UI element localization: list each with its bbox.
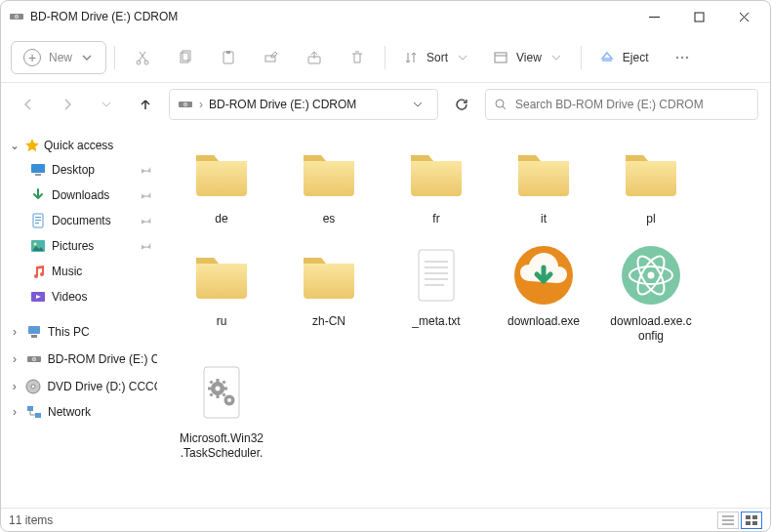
details-view-button[interactable] (717, 512, 739, 529)
cut-button[interactable] (123, 39, 162, 76)
svg-rect-57 (746, 515, 751, 519)
eject-icon (599, 50, 615, 65)
navigation-row: › BD-ROM Drive (E:) CDROM (1, 83, 770, 126)
folder-icon (616, 138, 686, 208)
file-item[interactable]: download.exe (497, 236, 590, 348)
sort-button[interactable]: Sort (393, 39, 479, 76)
refresh-button[interactable] (446, 89, 477, 120)
address-chevron[interactable] (404, 91, 431, 118)
sidebar-item-desktop[interactable]: Desktop (1, 157, 165, 183)
svg-point-55 (685, 56, 687, 58)
address-bar[interactable]: › BD-ROM Drive (E:) CDROM (169, 89, 438, 120)
file-label: de (215, 212, 227, 226)
sidebar-item-network[interactable]: ›Network (1, 399, 165, 425)
more-button[interactable] (663, 39, 702, 76)
quick-access-header[interactable]: ⌄ Quick access (1, 134, 165, 157)
svg-point-54 (680, 56, 682, 58)
recent-dropdown[interactable] (91, 89, 122, 120)
share-button[interactable] (295, 39, 334, 76)
paste-button[interactable] (209, 39, 248, 76)
window-title: BD-ROM Drive (E:) CDROM (30, 10, 631, 23)
file-label: download.exe.config (608, 314, 694, 344)
svg-rect-59 (746, 521, 751, 525)
sidebar-item-dvd[interactable]: ›DVD Drive (D:) CCCC (1, 374, 165, 399)
file-label: it (541, 212, 547, 226)
file-item[interactable]: de (175, 134, 268, 230)
svg-rect-60 (752, 521, 757, 525)
svg-rect-49 (226, 51, 230, 54)
file-item[interactable]: Microsoft.Win32.TaskScheduler.dll (175, 353, 268, 467)
videos-icon (30, 289, 46, 305)
file-pane[interactable]: deesfritplruzh-CN_meta.txtdownload.exedo… (165, 126, 770, 508)
sidebar-item-music[interactable]: Music (1, 259, 165, 284)
toolbar: + New Sort View Eject (1, 32, 770, 83)
minimize-button[interactable] (631, 1, 676, 32)
view-icon (493, 50, 508, 65)
delete-button[interactable] (338, 39, 377, 76)
config-green-icon (616, 240, 686, 310)
main: ⌄ Quick access Desktop Downloads Documen… (1, 126, 770, 508)
sidebar-item-downloads[interactable]: Downloads (1, 183, 165, 208)
rename-button[interactable] (252, 39, 291, 76)
breadcrumb[interactable]: BD-ROM Drive (E:) CDROM (209, 98, 356, 111)
sort-icon (403, 50, 419, 65)
search-input[interactable] (515, 98, 750, 111)
icons-view-button[interactable] (741, 512, 762, 529)
chevron-down-icon (80, 51, 94, 64)
pin-icon (140, 163, 153, 177)
chevron-down-icon: ⌄ (9, 139, 20, 152)
up-button[interactable] (130, 89, 161, 120)
file-item[interactable]: es (282, 134, 376, 230)
music-icon (30, 264, 46, 279)
copy-button[interactable] (166, 39, 205, 76)
svg-rect-52 (495, 53, 507, 62)
file-item[interactable]: download.exe.config (604, 236, 698, 348)
file-item[interactable]: it (497, 134, 590, 230)
folder-icon (186, 240, 257, 310)
chevron-down-icon (456, 51, 469, 64)
file-item[interactable]: ru (175, 236, 268, 348)
maximize-button[interactable] (676, 1, 721, 32)
desktop-icon (30, 162, 46, 178)
drive-icon (178, 97, 193, 112)
sidebar-item-pictures[interactable]: Pictures (1, 233, 165, 259)
chevron-right-icon: › (9, 405, 20, 419)
file-item[interactable]: fr (389, 134, 483, 230)
pictures-icon (30, 238, 46, 254)
file-item[interactable]: _meta.txt (389, 236, 483, 348)
file-item[interactable]: pl (604, 134, 698, 230)
sidebar: ⌄ Quick access Desktop Downloads Documen… (1, 126, 165, 508)
pin-icon (140, 188, 153, 202)
pin-icon (140, 239, 153, 253)
forward-button[interactable] (52, 89, 83, 120)
drive-icon (26, 351, 42, 367)
file-label: fr (432, 212, 439, 226)
close-button[interactable] (721, 1, 766, 32)
star-icon (24, 138, 40, 153)
svg-rect-43 (695, 13, 704, 21)
sidebar-item-videos[interactable]: Videos (1, 284, 165, 309)
network-icon (26, 404, 42, 420)
file-label: ru (217, 314, 227, 329)
folder-icon (294, 240, 364, 310)
back-button[interactable] (13, 89, 44, 120)
sidebar-item-documents[interactable]: Documents (1, 208, 165, 233)
folder-icon (186, 138, 257, 208)
new-button[interactable]: + New (11, 41, 106, 74)
dll-icon (186, 357, 257, 428)
new-label: New (49, 51, 72, 64)
folder-icon (294, 138, 364, 208)
folder-icon (401, 138, 471, 208)
sidebar-item-this-pc[interactable]: ›This PC (1, 319, 165, 345)
pin-icon (140, 214, 153, 227)
search-box[interactable] (485, 89, 758, 120)
svg-point-53 (675, 56, 677, 58)
item-count: 11 items (9, 513, 53, 527)
sidebar-item-bdrom[interactable]: ›BD-ROM Drive (E:) C (5, 347, 161, 372)
view-button[interactable]: View (483, 39, 573, 76)
chevron-right-icon: › (9, 380, 20, 393)
pc-icon (26, 324, 42, 340)
file-label: download.exe (507, 314, 580, 329)
file-item[interactable]: zh-CN (282, 236, 376, 348)
eject-button[interactable]: Eject (589, 39, 659, 76)
